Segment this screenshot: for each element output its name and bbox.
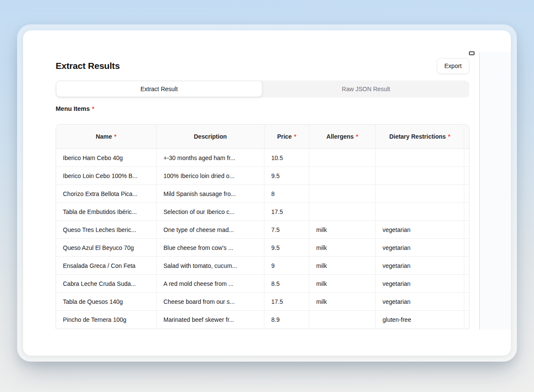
table-cell-price: 9 xyxy=(264,257,309,275)
tab-raw-json-result[interactable]: Raw JSON Result xyxy=(264,81,469,97)
table-cell-spacer xyxy=(464,149,469,167)
table-cell-description: A red mold cheese from ... xyxy=(156,275,264,293)
table-cell-spacer xyxy=(464,221,469,239)
section-label-text: Menu Items xyxy=(56,105,90,112)
table-cell-price: 7.5 xyxy=(264,221,309,239)
table-cell-name: Tabla de Quesos 140g xyxy=(56,293,156,311)
table-cell-spacer xyxy=(464,293,469,311)
section-label: Menu Items* xyxy=(56,105,94,112)
table-row: Queso Azul El Beyuco 70gBlue cheese from… xyxy=(56,239,469,257)
required-asterisk: * xyxy=(92,105,95,112)
table-cell-spacer xyxy=(464,311,469,328)
tabs: Extract ResultRaw JSON Result xyxy=(56,80,469,98)
table-cell-description: One type of cheese mad... xyxy=(156,221,264,239)
table-cell-allergens xyxy=(309,203,375,221)
table-row: Cabra Leche Cruda Suda...A red mold chee… xyxy=(56,275,469,293)
column-header-allergens: Allergens* xyxy=(309,125,375,149)
table-cell-name: Ensalada Greca / Con Feta xyxy=(56,257,156,275)
table-cell-dietary_restrictions xyxy=(375,149,464,167)
required-asterisk: * xyxy=(448,133,450,140)
table-cell-allergens: milk xyxy=(309,239,375,257)
table-row: Chorizo Extra Bellota Pica...Mild Spanis… xyxy=(56,185,469,203)
table-cell-allergens: milk xyxy=(309,293,375,311)
table-cell-name: Chorizo Extra Bellota Pica... xyxy=(56,185,156,203)
table-cell-price: 9.5 xyxy=(264,239,309,257)
table-cell-allergens xyxy=(309,311,375,328)
table-cell-price: 10.5 xyxy=(264,149,309,167)
table-cell-description: Blue cheese from cow's ... xyxy=(156,239,264,257)
table-cell-spacer xyxy=(464,275,469,293)
column-header-label: Allergens xyxy=(326,133,354,140)
table-cell-dietary_restrictions: vegetarian xyxy=(375,221,464,239)
table-cell-name: Iberico Ham Cebo 40g xyxy=(56,149,156,167)
column-header-name: Name* xyxy=(56,125,156,149)
table-cell-description: Selection of our Iberico c... xyxy=(156,203,264,221)
table-cell-spacer xyxy=(464,239,469,257)
table-cell-dietary_restrictions: vegetarian xyxy=(375,275,464,293)
table-cell-name: Cabra Leche Cruda Suda... xyxy=(56,275,156,293)
required-asterisk: * xyxy=(114,133,116,140)
table-row: Tabla de Embutidos Ibéric...Selection of… xyxy=(56,203,469,221)
table-cell-dietary_restrictions: vegetarian xyxy=(375,257,464,275)
table-cell-description: Marinated beef skewer fr... xyxy=(156,311,264,328)
page-background: { "page": { "title": "Extract Results", … xyxy=(0,0,534,392)
table-body: Iberico Ham Cebo 40g+-30 months aged ham… xyxy=(56,149,469,328)
results-card-inner: Extract Results Export Extract ResultRaw… xyxy=(23,30,511,356)
page-title: Extract Results xyxy=(56,61,120,71)
export-button[interactable]: Export xyxy=(437,58,469,74)
column-header-spacer xyxy=(464,125,469,149)
table-cell-name: Queso Azul El Beyuco 70g xyxy=(56,239,156,257)
table-row: Queso Tres Leches Iberic...One type of c… xyxy=(56,221,469,239)
table-cell-spacer xyxy=(464,257,469,275)
column-header-price: Price* xyxy=(264,125,309,149)
results-header: Extract Results Export xyxy=(56,58,469,74)
menu-items-table-wrap: Name*DescriptionPrice*Allergens*Dietary … xyxy=(56,124,469,329)
column-header-description: Description xyxy=(156,125,264,149)
table-cell-description: Cheese board from our s... xyxy=(156,293,264,311)
column-header-label: Price xyxy=(277,133,292,140)
table-cell-dietary_restrictions xyxy=(375,185,464,203)
table-cell-spacer xyxy=(464,185,469,203)
table-cell-allergens: milk xyxy=(309,275,375,293)
table-row: Pincho de Ternera 100gMarinated beef ske… xyxy=(56,311,469,328)
results-card: Extract Results Export Extract ResultRaw… xyxy=(17,24,517,362)
table-cell-description: Mild Spanish sausage fro... xyxy=(156,185,264,203)
table-cell-name: Tabla de Embutidos Ibéric... xyxy=(56,203,156,221)
table-cell-description: +-30 months aged ham fr... xyxy=(156,149,264,167)
column-header-dietary_restrictions: Dietary Restrictions* xyxy=(375,125,464,149)
table-row: Tabla de Quesos 140gCheese board from ou… xyxy=(56,293,469,311)
table-cell-allergens xyxy=(309,149,375,167)
table-row: Iberico Loin Cebo 100% B...100% Iberico … xyxy=(56,167,469,185)
table-cell-price: 17.5 xyxy=(264,203,309,221)
table-cell-spacer xyxy=(464,167,469,185)
right-gutter xyxy=(480,52,511,330)
table-cell-price: 17.5 xyxy=(264,293,309,311)
table-cell-dietary_restrictions xyxy=(375,203,464,221)
menu-items-table: Name*DescriptionPrice*Allergens*Dietary … xyxy=(56,125,469,328)
table-cell-allergens xyxy=(309,185,375,203)
table-row: Ensalada Greca / Con FetaSalad with toma… xyxy=(56,257,469,275)
table-cell-price: 9.5 xyxy=(264,167,309,185)
table-row: Iberico Ham Cebo 40g+-30 months aged ham… xyxy=(56,149,469,167)
table-cell-name: Queso Tres Leches Iberic... xyxy=(56,221,156,239)
tab-extract-result[interactable]: Extract Result xyxy=(56,81,262,97)
table-cell-price: 8.9 xyxy=(264,311,309,328)
column-header-label: Dietary Restrictions xyxy=(389,133,446,140)
table-cell-name: Iberico Loin Cebo 100% B... xyxy=(56,167,156,185)
table-cell-price: 8.5 xyxy=(264,275,309,293)
table-cell-dietary_restrictions: vegetarian xyxy=(375,239,464,257)
column-header-label: Description xyxy=(194,133,227,140)
table-cell-description: Salad with tomato, cucum... xyxy=(156,257,264,275)
table-cell-name: Pincho de Ternera 100g xyxy=(56,311,156,328)
table-header-row: Name*DescriptionPrice*Allergens*Dietary … xyxy=(56,125,469,149)
table-cell-allergens: milk xyxy=(309,257,375,275)
table-cell-dietary_restrictions: vegetarian xyxy=(375,293,464,311)
required-asterisk: * xyxy=(294,133,296,140)
table-cell-description: 100% Iberico loin dried o... xyxy=(156,167,264,185)
required-asterisk: * xyxy=(356,133,358,140)
table-cell-dietary_restrictions: gluten-free xyxy=(375,311,464,328)
column-header-label: Name xyxy=(96,133,112,140)
content-panel-divider xyxy=(479,52,480,330)
table-cell-price: 8 xyxy=(264,185,309,203)
table-cell-allergens xyxy=(309,167,375,185)
